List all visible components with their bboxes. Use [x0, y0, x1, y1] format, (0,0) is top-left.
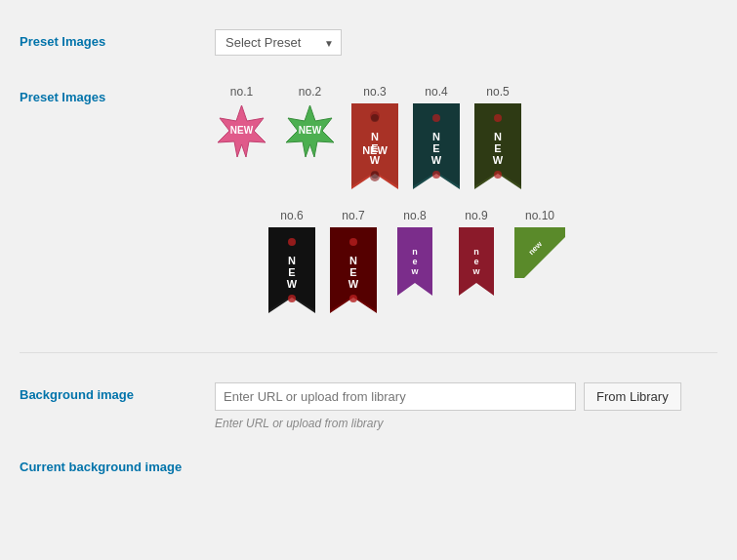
top-preset-content: Select Preset Preset 1 Preset 2 Preset 3: [215, 29, 717, 56]
background-image-label: Background image: [20, 382, 215, 402]
page-container: Preset Images Select Preset Preset 1 Pre…: [0, 0, 737, 560]
preset-images-section-row: Preset Images no.1 NEW no.2 NE: [0, 75, 737, 342]
svg-text:E: E: [288, 266, 295, 278]
svg-point-20: [432, 171, 440, 179]
preset-item-no10[interactable]: no.10 new: [514, 209, 565, 281]
preset-item-no2[interactable]: no.2 NEW: [283, 85, 337, 157]
preset-label-no2: no.2: [299, 85, 321, 99]
svg-point-41: [349, 295, 357, 302]
badge-starburst-pink: NEW: [215, 103, 268, 157]
svg-text:e: e: [412, 257, 417, 266]
preset-label-no1: no.1: [230, 85, 253, 99]
preset-item-no7[interactable]: no.7 N E W: [330, 209, 377, 313]
preset-label-no3: no.3: [363, 85, 386, 99]
preset-images-content: no.1 NEW no.2 NEW no.3: [215, 85, 717, 333]
svg-text:n: n: [473, 247, 479, 257]
ribbon-purple-sm: n e w: [391, 227, 438, 296]
svg-text:w: w: [410, 266, 419, 276]
svg-text:e: e: [473, 257, 478, 266]
svg-text:E: E: [432, 142, 439, 154]
preset-item-no4[interactable]: no.4 N E W: [413, 85, 460, 189]
ribbon-dark-teal: N E W: [413, 103, 460, 189]
preset-item-no1[interactable]: no.1 NEW: [215, 85, 268, 157]
svg-text:E: E: [349, 266, 356, 278]
svg-text:NEW: NEW: [299, 125, 322, 136]
svg-point-40: [349, 238, 357, 246]
svg-text:W: W: [493, 154, 504, 166]
bg-url-input[interactable]: [215, 382, 576, 411]
svg-text:N: N: [432, 131, 440, 142]
preset-row-2: no.6 N E W no.7: [268, 209, 717, 313]
ribbon-dark-olive: N E W: [474, 103, 521, 189]
svg-text:W: W: [370, 154, 381, 166]
ribbon-black: N E W: [268, 227, 315, 313]
preset-label-no4: no.4: [425, 85, 447, 99]
svg-point-12: [371, 114, 379, 122]
svg-text:N: N: [494, 131, 502, 142]
preset-item-no9[interactable]: no.9 n e w: [453, 209, 500, 296]
bg-input-row: From Library: [215, 382, 717, 411]
preset-row-1: no.1 NEW no.2 NEW no.3: [215, 85, 717, 189]
preset-label-no10: no.10: [525, 209, 554, 222]
preset-item-no5[interactable]: no.5 N E W: [474, 85, 521, 189]
preset-label-no5: no.5: [486, 85, 509, 99]
preset-item-no8[interactable]: no.8 n e w: [391, 209, 438, 296]
svg-text:N: N: [371, 131, 379, 142]
current-bg-label: Current background image: [0, 445, 737, 479]
svg-point-26: [494, 114, 502, 122]
ribbon-green-sm: new: [514, 227, 565, 281]
section-divider-1: [20, 352, 717, 353]
svg-point-33: [288, 238, 296, 246]
bg-hint-text: Enter URL or upload from library: [215, 417, 717, 430]
badge-starburst-green: NEW: [283, 103, 337, 157]
svg-text:E: E: [371, 142, 378, 154]
svg-point-13: [371, 171, 379, 179]
preset-images-label: Preset Images: [20, 85, 215, 104]
ribbon-maroon-sm: n e w: [453, 227, 500, 296]
background-image-section: Background image From Library Enter URL …: [0, 363, 737, 440]
background-image-content: From Library Enter URL or upload from li…: [215, 382, 717, 430]
svg-point-34: [288, 295, 296, 302]
from-library-button[interactable]: From Library: [584, 382, 681, 411]
svg-text:w: w: [471, 266, 480, 276]
svg-text:W: W: [431, 154, 442, 166]
top-preset-label: Preset Images: [20, 29, 215, 49]
select-preset-wrapper[interactable]: Select Preset Preset 1 Preset 2 Preset 3: [215, 29, 342, 56]
svg-marker-50: [514, 227, 565, 278]
svg-text:N: N: [349, 255, 357, 266]
preset-label-no8: no.8: [403, 209, 426, 222]
select-preset-dropdown[interactable]: Select Preset Preset 1 Preset 2 Preset 3: [215, 29, 342, 56]
preset-label-no7: no.7: [342, 209, 364, 222]
svg-point-19: [432, 114, 440, 122]
preset-item-no3[interactable]: no.3 NEW N E W: [351, 85, 398, 189]
preset-item-no6[interactable]: no.6 N E W: [268, 209, 315, 313]
preset-label-no9: no.9: [465, 209, 487, 222]
svg-text:E: E: [494, 142, 501, 154]
preset-label-no6: no.6: [280, 209, 303, 222]
svg-text:NEW: NEW: [230, 125, 254, 136]
svg-point-27: [494, 171, 502, 179]
ribbon-dark-red: N E W: [330, 227, 377, 313]
svg-text:W: W: [287, 278, 298, 290]
svg-text:N: N: [288, 255, 296, 266]
svg-text:n: n: [412, 247, 418, 257]
svg-text:W: W: [348, 278, 359, 290]
top-preset-row: Preset Images Select Preset Preset 1 Pre…: [0, 20, 737, 65]
ribbon-red: NEW N E W: [351, 103, 398, 189]
